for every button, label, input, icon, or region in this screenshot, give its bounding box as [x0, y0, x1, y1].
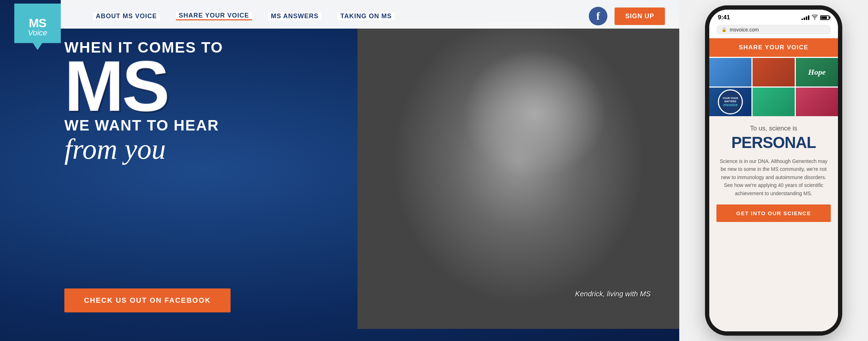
logo[interactable]: MS Voice	[14, 4, 61, 50]
photo-cell-4: Your Voice Matters msvoice	[709, 88, 751, 116]
logo-voice-text: Voice	[28, 29, 47, 37]
phone-share-voice-button[interactable]: SHARE YOUR VOICE	[709, 38, 838, 57]
signal-bar-4	[808, 15, 809, 20]
nav-right: f SIGN UP	[589, 7, 665, 25]
battery-fill	[821, 16, 827, 19]
hero-person-image	[357, 21, 679, 329]
facebook-f-letter: f	[596, 10, 600, 22]
phone-time: 9:41	[718, 14, 730, 21]
hope-text: Hope	[808, 68, 826, 77]
hero-ms-large: MS	[64, 56, 223, 117]
phone-content: SHARE YOUR VOICE Hope Your Voice Matters…	[709, 38, 838, 331]
signal-bar-2	[804, 18, 805, 20]
phone-science-section: To us, science is PERSONAL Science is in…	[709, 116, 838, 331]
hero-text: WHEN IT COMES TO MS WE WANT TO HEAR from…	[64, 39, 223, 163]
photo-cell-2	[753, 58, 795, 87]
logo-ms-text: MS	[29, 17, 46, 29]
voice-badge: Your Voice Matters msvoice	[718, 89, 743, 114]
science-subtitle: To us, science is	[750, 125, 797, 132]
voice-badge-text2: msvoice	[723, 103, 738, 107]
signal-bar-1	[802, 19, 803, 20]
facebook-cta-button[interactable]: CHECK US OUT ON FACEBOOK	[64, 288, 231, 312]
phone-status-icons	[802, 15, 829, 21]
signup-button[interactable]: SIGN UP	[615, 8, 665, 25]
photo-cell-6	[796, 88, 838, 116]
hero-line4: from you	[64, 135, 223, 163]
lock-icon: 🔒	[721, 27, 727, 32]
photo-cell-3: Hope	[796, 58, 838, 87]
science-description: Science is in our DNA. Although Genentec…	[716, 157, 831, 197]
phone-photo-grid: Hope Your Voice Matters msvoice	[709, 58, 838, 116]
photo-cell-1	[709, 58, 751, 87]
voice-badge-text1: Your Voice Matters	[719, 97, 742, 103]
url-text: msvoice.com	[730, 27, 759, 33]
wifi-icon	[812, 15, 818, 21]
nav-links: ABOUT MS VOICE SHARE YOUR VOICE MS ANSWE…	[93, 12, 589, 20]
phone-status-bar: 9:41	[709, 10, 838, 23]
signal-icon	[802, 15, 809, 20]
nav-link-taking[interactable]: TAKING ON MS	[337, 13, 395, 20]
phone-frame: 9:41	[709, 10, 838, 331]
hero-line3: WE WANT TO HEAR	[64, 117, 223, 134]
nav-link-answers[interactable]: MS ANSWERS	[268, 13, 321, 20]
person-face	[357, 21, 679, 329]
facebook-icon-button[interactable]: f	[589, 7, 607, 25]
get-into-science-button[interactable]: GET INTO OUR SCIENCE	[716, 204, 831, 222]
person-caption: Kendrick, living with MS	[575, 290, 651, 298]
nav-link-about[interactable]: ABOUT MS VOICE	[93, 13, 160, 20]
url-display: 🔒 msvoice.com	[716, 25, 831, 35]
signal-bar-3	[806, 16, 807, 20]
nav-bar: ABOUT MS VOICE SHARE YOUR VOICE MS ANSWE…	[0, 0, 679, 32]
battery-icon	[820, 15, 829, 20]
phone-url-bar: 🔒 msvoice.com	[709, 23, 838, 38]
science-title: PERSONAL	[731, 134, 816, 152]
nav-link-share[interactable]: SHARE YOUR VOICE	[176, 12, 252, 20]
photo-cell-5	[753, 88, 795, 116]
mobile-section: 9:41	[679, 0, 868, 341]
desktop-website: MS Voice ABOUT MS VOICE SHARE YOUR VOICE…	[0, 0, 679, 341]
